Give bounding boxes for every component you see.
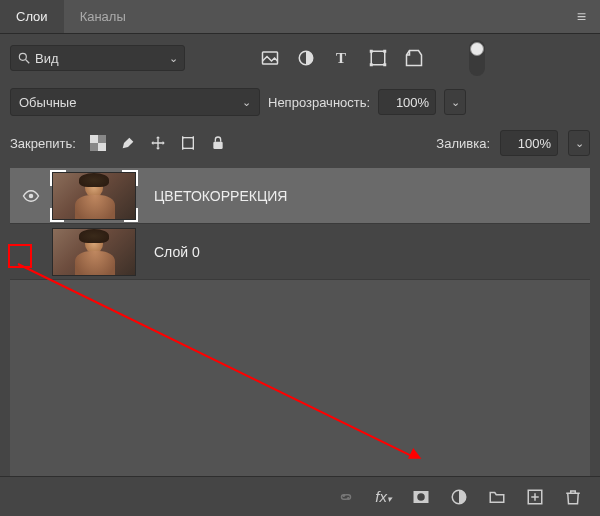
fill-chevron[interactable]: ⌄ [568,130,590,156]
opacity-value-field[interactable]: 100% [378,89,436,115]
image-filter-icon[interactable] [261,49,279,67]
lock-artboard-icon[interactable] [180,135,196,151]
svg-rect-19 [213,142,222,149]
new-layer-icon[interactable] [526,488,544,506]
opacity-chevron[interactable]: ⌄ [444,89,466,115]
filter-type-icons: T [261,49,423,67]
search-icon [17,51,31,65]
smartobject-filter-icon[interactable] [405,49,423,67]
svg-rect-13 [90,143,98,151]
chevron-down-icon: ⌄ [242,96,251,109]
svg-point-0 [19,53,26,60]
empty-area [10,280,590,480]
svg-rect-12 [98,135,106,143]
layer-row[interactable]: Слой 0 [10,224,590,280]
layer-thumbnail[interactable] [52,228,136,276]
svg-rect-6 [370,50,373,53]
svg-rect-7 [383,50,386,53]
svg-rect-14 [183,138,194,149]
chevron-down-icon: ⌄ [169,52,178,65]
svg-rect-8 [370,63,373,66]
svg-text:T: T [336,50,346,66]
layers-panel: Вид ⌄ T Обычные ⌄ Непрозрачность: 100% ⌄… [0,34,600,490]
fill-value-field[interactable]: 100% [500,130,558,156]
shape-filter-icon[interactable] [369,49,387,67]
fill-value: 100% [518,136,551,151]
filter-value: Вид [35,51,169,66]
lock-paint-icon[interactable] [120,135,136,151]
lock-all-icon[interactable] [210,135,226,151]
filter-row: Вид ⌄ T [10,40,590,76]
visibility-toggle[interactable] [20,187,42,205]
blend-mode-value: Обычные [19,95,76,110]
lock-label: Закрепить: [10,136,76,151]
svg-rect-10 [90,135,98,143]
svg-rect-5 [371,51,385,65]
adjustment-filter-icon[interactable] [297,49,315,67]
adjustment-layer-icon[interactable] [450,488,468,506]
layer-filter-select[interactable]: Вид ⌄ [10,45,185,71]
svg-point-22 [417,493,425,501]
layers-list: ЦВЕТОКОРРЕКЦИЯ Слой 0 [10,168,590,280]
toggle-handle-icon [470,42,484,56]
opacity-value: 100% [396,95,429,110]
tabs-bar: Слои Каналы ≡ [0,0,600,34]
lock-move-icon[interactable] [150,135,166,151]
trash-icon[interactable] [564,488,582,506]
filter-toggle[interactable] [469,40,485,76]
lock-transparency-icon[interactable] [90,135,106,151]
lock-row: Закрепить: Заливка: 100% ⌄ [10,130,590,156]
lock-icons-group [90,135,226,151]
svg-line-1 [26,60,30,64]
svg-rect-11 [98,143,106,151]
layer-row[interactable]: ЦВЕТОКОРРЕКЦИЯ [10,168,590,224]
fx-icon[interactable]: fx▾ [375,488,392,505]
tab-channels[interactable]: Каналы [64,0,142,33]
bottom-toolbar: fx▾ [0,476,600,516]
text-filter-icon[interactable]: T [333,49,351,67]
svg-rect-9 [383,63,386,66]
link-icon[interactable] [337,488,355,506]
fill-label: Заливка: [436,136,490,151]
opacity-label: Непрозрачность: [268,95,370,110]
layer-name[interactable]: ЦВЕТОКОРРЕКЦИЯ [154,188,287,204]
tab-layers[interactable]: Слои [0,0,64,33]
layer-name[interactable]: Слой 0 [154,244,200,260]
eye-icon [22,187,40,205]
layer-thumbnail[interactable] [52,172,136,220]
mask-icon[interactable] [412,488,430,506]
svg-point-20 [29,193,34,198]
blend-mode-select[interactable]: Обычные ⌄ [10,88,260,116]
blend-row: Обычные ⌄ Непрозрачность: 100% ⌄ [10,88,590,116]
panel-menu-icon[interactable]: ≡ [563,8,600,26]
group-icon[interactable] [488,488,506,506]
